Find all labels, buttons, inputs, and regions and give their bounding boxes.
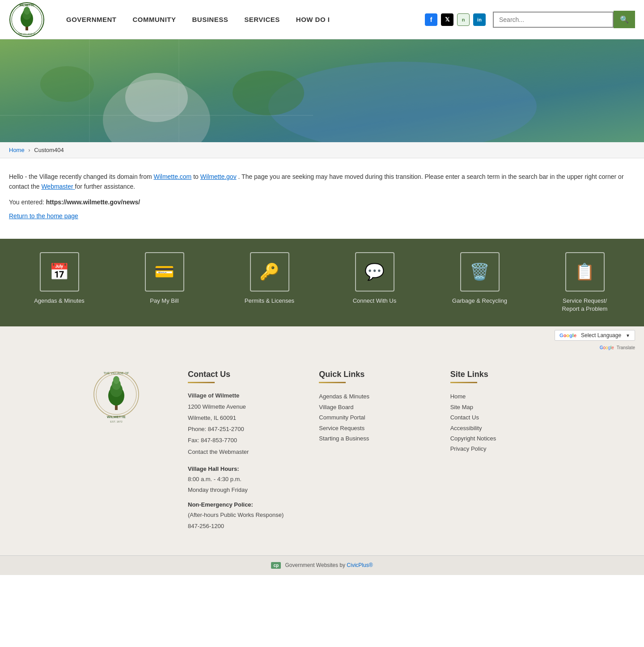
linkedin-icon[interactable]: in <box>473 13 486 26</box>
old-domain-link[interactable]: Wilmette.com <box>153 173 191 180</box>
notice-text3: for further assistance. <box>75 183 136 190</box>
svg-point-23 <box>113 376 119 384</box>
site-link-copyright[interactable]: Copyright Notices <box>450 433 568 444</box>
nav-business[interactable]: BUSINESS <box>184 16 237 23</box>
footer-link-community-portal[interactable]: Community Portal <box>319 412 436 423</box>
footer-link-agendas[interactable]: Agendas & Minutes <box>319 391 436 402</box>
phone: Phone: 847-251-2700 <box>188 425 305 434</box>
notice-text1: Hello - the Village recently changed its… <box>9 173 152 180</box>
svg-point-5 <box>24 7 30 15</box>
address2: Wilmette, IL 60091 <box>188 414 305 423</box>
hours2: Monday through Friday <box>188 486 305 495</box>
svg-text:THE VILLAGE OF: THE VILLAGE OF <box>104 372 129 375</box>
breadcrumb: Home › Custom404 <box>0 142 644 158</box>
search-button[interactable]: 🔍 <box>614 11 635 28</box>
connect-label: Connect With Us <box>353 297 397 305</box>
search-input[interactable] <box>493 12 614 28</box>
nav-government[interactable]: GOVERNMENT <box>58 16 125 23</box>
site-link-home[interactable]: Home <box>450 391 568 402</box>
svg-text:EST. 1872: EST. 1872 <box>110 420 123 423</box>
twitter-icon[interactable]: 𝕏 <box>441 13 453 26</box>
bottom-prefix: Government Websites by <box>285 562 345 568</box>
footer-quick-links: Quick Links Agendas & Minutes Village Bo… <box>319 370 436 533</box>
site-link-privacy[interactable]: Privacy Policy <box>450 444 568 454</box>
site-link-sitemap[interactable]: Site Map <box>450 402 568 412</box>
wilmette-logo: THE VILLAGE OF WILMETTE <box>9 2 45 38</box>
entered-label: You entered: <box>9 199 44 206</box>
footer-site-links: Site Links Home Site Map Contact Us Acce… <box>450 370 568 533</box>
connect-icon: 💬 <box>355 252 394 292</box>
service-icon: 📋 <box>565 252 605 292</box>
facebook-icon[interactable]: f <box>425 13 437 26</box>
bottom-bar: cp Government Websites by CivicPlus® <box>0 555 644 575</box>
social-icons: f 𝕏 n in <box>425 13 486 26</box>
agendas-label: Agendas & Minutes <box>34 297 85 305</box>
entered-url-line: You entered: https://www.wilmette.gov/ne… <box>9 197 635 207</box>
civicplus-icon: cp <box>271 562 281 569</box>
translate-label: Translate <box>617 345 635 350</box>
breadcrumb-separator: › <box>28 147 30 153</box>
quick-link-garbage[interactable]: 🗑️ Garbage & Recycling <box>449 252 511 305</box>
garbage-icon: 🗑️ <box>460 252 500 292</box>
header: THE VILLAGE OF WILMETTE GOVERNMENT COMMU… <box>0 0 644 39</box>
breadcrumb-home[interactable]: Home <box>9 147 25 153</box>
quick-link-permits[interactable]: 🔑 Permits & Licenses <box>238 252 301 305</box>
new-domain-link[interactable]: Wilmette.gov <box>200 173 237 180</box>
translate-bar: Google Select Language ▼ <box>0 326 644 344</box>
quick-link-paybill[interactable]: 💳 Pay My Bill <box>133 252 196 305</box>
footer: THE VILLAGE OF WILMETTE EST. 1872 Contac… <box>0 352 644 555</box>
search-area: 🔍 <box>493 11 635 28</box>
paybill-label: Pay My Bill <box>150 297 178 305</box>
nextdoor-icon[interactable]: n <box>457 13 470 26</box>
hours-label: Village Hall Hours: <box>188 465 305 474</box>
service-label: Service Request/ Report a Problem <box>554 297 616 313</box>
village-name: Village of Wilmette <box>188 391 305 401</box>
footer-grid: THE VILLAGE OF WILMETTE EST. 1872 Contac… <box>76 370 568 533</box>
main-content: Hello - the Village recently changed its… <box>0 158 644 239</box>
quick-link-service[interactable]: 📋 Service Request/ Report a Problem <box>554 252 616 313</box>
notice-paragraph: Hello - the Village recently changed its… <box>9 172 635 192</box>
footer-logo-area: THE VILLAGE OF WILMETTE EST. 1872 <box>76 370 174 533</box>
permits-icon: 🔑 <box>250 252 289 292</box>
quick-link-agendas[interactable]: 📅 Agendas & Minutes <box>28 252 91 305</box>
nav-howdoi[interactable]: HOW DO I <box>288 16 338 23</box>
breadcrumb-current: Custom404 <box>34 147 64 153</box>
address1: 1200 Wilmette Avenue <box>188 402 305 412</box>
main-nav: GOVERNMENT COMMUNITY BUSINESS SERVICES H… <box>58 16 418 23</box>
webmaster-link[interactable]: Webmaster <box>41 183 75 190</box>
garbage-label: Garbage & Recycling <box>452 297 507 305</box>
svg-text:THE VILLAGE OF: THE VILLAGE OF <box>18 33 36 35</box>
civicplus-link[interactable]: CivicPlus® <box>347 562 373 568</box>
permits-label: Permits & Licenses <box>245 297 294 305</box>
footer-wilmette-logo: THE VILLAGE OF WILMETTE EST. 1872 <box>76 370 157 423</box>
svg-text:WILMETTE: WILMETTE <box>107 415 126 419</box>
police-phone: 847-256-1200 <box>188 522 305 531</box>
logo-area[interactable]: THE VILLAGE OF WILMETTE <box>9 2 45 38</box>
footer-link-starting-business[interactable]: Starting a Business <box>319 433 436 444</box>
quick-links-grid: 📅 Agendas & Minutes 💳 Pay My Bill 🔑 Perm… <box>9 252 635 313</box>
site-link-accessibility[interactable]: Accessibility <box>450 423 568 433</box>
svg-point-16 <box>40 66 94 102</box>
dropdown-arrow-icon: ▼ <box>626 333 630 338</box>
police-label: Non-Emergency Police: <box>188 500 305 510</box>
agendas-icon: 📅 <box>40 252 79 292</box>
contact-us-title: Contact Us <box>188 370 305 387</box>
nav-services[interactable]: SERVICES <box>236 16 288 23</box>
contact-webmaster-link[interactable]: Contact the Webmaster <box>188 447 305 457</box>
quick-links-title: Quick Links <box>319 370 436 387</box>
quick-link-connect[interactable]: 💬 Connect With Us <box>343 252 406 305</box>
return-home-link[interactable]: Return to the home page <box>9 212 78 220</box>
footer-link-service-requests[interactable]: Service Requests <box>319 423 436 433</box>
nav-community[interactable]: COMMUNITY <box>125 16 184 23</box>
footer-contact-us: Contact Us Village of Wilmette 1200 Wilm… <box>188 370 305 533</box>
hero-banner <box>0 39 644 142</box>
google-translate-widget[interactable]: Google Select Language ▼ <box>555 330 635 341</box>
fax: Fax: 847-853-7700 <box>188 436 305 445</box>
svg-point-10 <box>125 73 188 122</box>
quick-links-banner: 📅 Agendas & Minutes 💳 Pay My Bill 🔑 Perm… <box>0 239 644 326</box>
site-link-contact[interactable]: Contact Us <box>450 412 568 423</box>
footer-link-board[interactable]: Village Board <box>319 402 436 412</box>
site-links-title: Site Links <box>450 370 568 387</box>
hours1: 8:00 a.m. - 4:30 p.m. <box>188 475 305 484</box>
svg-point-15 <box>233 71 304 115</box>
